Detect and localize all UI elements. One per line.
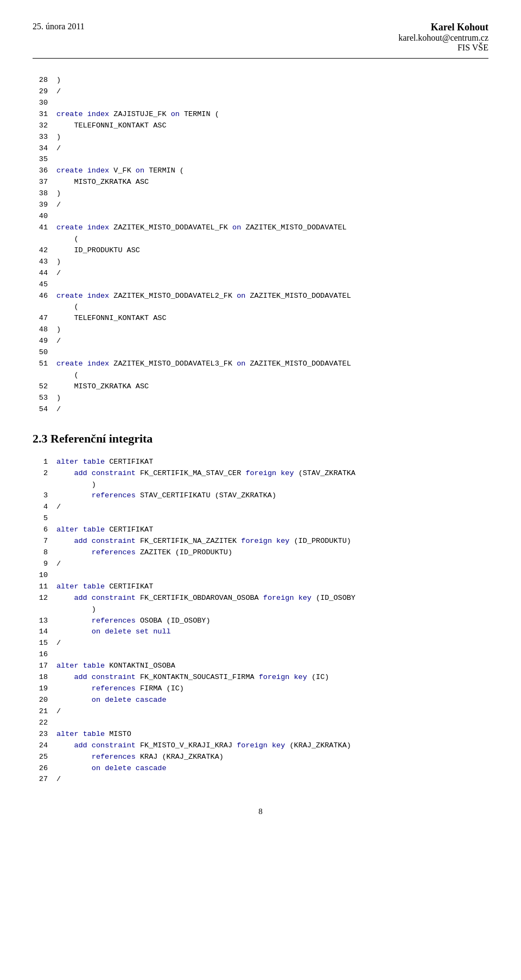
keyword: key <box>294 673 307 681</box>
keyword: null <box>153 627 170 636</box>
keyword: add <box>74 537 87 545</box>
code-line: 29/ <box>33 86 488 98</box>
code-line: 41create index ZAZITEK_MISTO_DODAVATEL_F… <box>33 222 488 234</box>
author-school: FIS VŠE <box>398 43 488 53</box>
code-line: ) <box>33 479 488 491</box>
line-content: alter table CERTIFIKAT <box>56 457 153 468</box>
keyword: alter <box>56 458 79 466</box>
keyword: foreign <box>263 594 294 602</box>
line-content: ) <box>56 188 61 200</box>
keyword: on <box>171 110 180 118</box>
code-line: 14 on delete set null <box>33 626 488 638</box>
code-line: ) <box>33 604 488 616</box>
keyword: on <box>232 223 241 232</box>
line-number: 44 <box>33 268 48 279</box>
line-number: 5 <box>33 513 48 524</box>
code-line: 19 references FIRMA (IC) <box>33 683 488 695</box>
keyword: table <box>83 730 105 738</box>
code-line: ( <box>33 234 488 245</box>
line-content: / <box>56 706 61 718</box>
date-text: 25. února 2011 <box>33 22 85 31</box>
keyword: table <box>83 458 105 466</box>
line-number: 38 <box>33 188 48 200</box>
page-num-text: 8 <box>258 807 263 816</box>
line-content: ( <box>56 302 79 313</box>
line-content: / <box>56 143 61 155</box>
keyword: on <box>92 627 100 636</box>
line-content: add constraint FK_MISTO_V_KRAJI_KRAJ for… <box>56 740 351 752</box>
line-content: ) <box>56 75 61 86</box>
code-line: 38) <box>33 188 488 200</box>
line-number: 23 <box>33 729 48 740</box>
keyword: key <box>276 537 289 545</box>
code-line: 18 add constraint FK_KONTAKTN_SOUCASTI_F… <box>33 672 488 683</box>
line-content: ) <box>56 324 61 336</box>
code-line: 39/ <box>33 200 488 211</box>
line-number: 10 <box>33 570 48 581</box>
line-content: / <box>56 86 61 98</box>
line-content: alter table CERTIFIKAT <box>56 581 153 593</box>
code-line: 8 references ZAZITEK (ID_PRODUKTU) <box>33 547 488 559</box>
keyword: key <box>281 469 294 477</box>
line-content: add constraint FK_CERTIFIK_NA_ZAZITEK fo… <box>56 536 351 547</box>
code-line: 43) <box>33 257 488 268</box>
line-number: 6 <box>33 524 48 536</box>
line-number: 25 <box>33 752 48 763</box>
line-number: 52 <box>33 381 48 393</box>
page-header: 25. února 2011 Karel Kohout karel.kohout… <box>33 22 488 59</box>
line-content: create index ZAZITEK_MISTO_DODAVATEL3_FK… <box>56 358 351 370</box>
code-line: 7 add constraint FK_CERTIFIK_NA_ZAZITEK … <box>33 536 488 547</box>
line-content: add constraint FK_CERTIFIK_OBDAROVAN_OSO… <box>56 593 355 604</box>
keyword: constraint <box>92 594 136 602</box>
keyword: delete <box>105 764 131 772</box>
header-author: Karel Kohout karel.kohout@centrum.cz FIS… <box>398 22 488 53</box>
code-line: 12 add constraint FK_CERTIFIK_OBDAROVAN_… <box>33 593 488 604</box>
keyword: cascade <box>136 764 167 772</box>
code-line: 44/ <box>33 268 488 279</box>
keyword: constraint <box>92 673 136 681</box>
line-number: 2 <box>33 468 48 479</box>
keyword: add <box>74 469 87 477</box>
line-content: ) <box>56 257 61 268</box>
keyword: add <box>74 673 87 681</box>
code-line: 17alter table KONTAKTNI_OSOBA <box>33 661 488 672</box>
line-number: 27 <box>33 774 48 785</box>
code-line: 28) <box>33 75 488 86</box>
line-content: on delete set null <box>56 626 171 638</box>
line-content: ) <box>56 393 61 404</box>
keyword: index <box>87 223 110 232</box>
line-number: 37 <box>33 177 48 188</box>
keyword: add <box>74 594 87 602</box>
code-section-2: 1alter table CERTIFIKAT2 add constraint … <box>33 457 488 786</box>
line-content: / <box>56 404 61 415</box>
code-line: 5 <box>33 513 488 524</box>
code-line: 32 TELEFONNI_KONTAKT ASC <box>33 120 488 132</box>
line-content: / <box>56 774 61 785</box>
code-line: 31create index ZAJISTUJE_FK on TERMIN ( <box>33 109 488 120</box>
code-line: 22 <box>33 718 488 729</box>
line-content: on delete cascade <box>56 763 167 774</box>
keyword: index <box>87 292 110 300</box>
keyword: foreign <box>241 537 272 545</box>
line-number: 9 <box>33 559 48 570</box>
line-content: ID_PRODUKTU ASC <box>56 245 140 257</box>
header-date: 25. února 2011 <box>33 22 85 31</box>
keyword: create <box>56 110 83 118</box>
line-number: 51 <box>33 358 48 370</box>
keyword: create <box>56 292 83 300</box>
line-number: 33 <box>33 132 48 143</box>
line-number: 43 <box>33 257 48 268</box>
code-section-1: 28)29/3031create index ZAJISTUJE_FK on T… <box>33 75 488 415</box>
line-content: MISTO_ZKRATKA ASC <box>56 177 149 188</box>
code-line: 30 <box>33 98 488 109</box>
line-number: 28 <box>33 75 48 86</box>
line-number: 54 <box>33 404 48 415</box>
line-number: 4 <box>33 502 48 513</box>
keyword: cascade <box>136 696 167 704</box>
code-line: 48) <box>33 324 488 336</box>
code-line: 49/ <box>33 336 488 347</box>
keyword: foreign <box>245 469 276 477</box>
code-line: 2 add constraint FK_CERTIFIK_MA_STAV_CER… <box>33 468 488 479</box>
line-number: 30 <box>33 98 48 109</box>
code-line: 11alter table CERTIFIKAT <box>33 581 488 593</box>
